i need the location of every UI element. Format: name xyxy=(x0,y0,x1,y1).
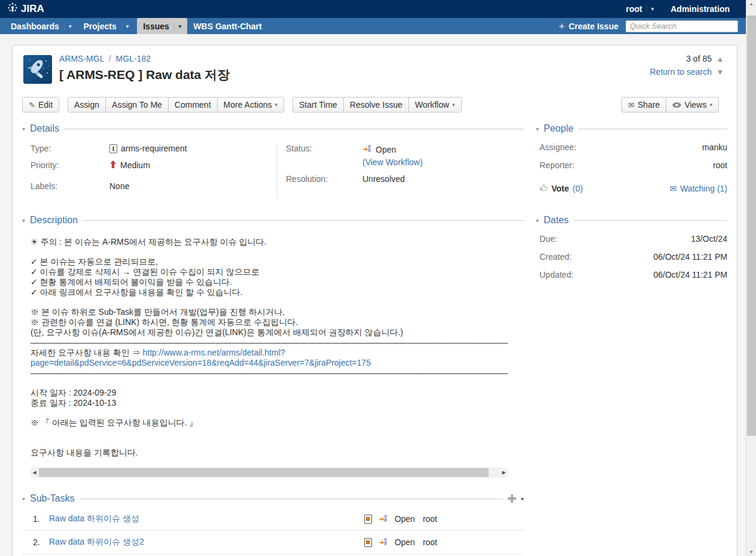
vote-watch-row: Vote (0) ✉ Watching (1) xyxy=(539,183,727,193)
subtask-number: 1. xyxy=(33,514,49,524)
share-button[interactable]: ✉ Share xyxy=(621,97,666,113)
due-value: 13/Oct/24 xyxy=(691,234,727,244)
labels-field: Labels: None xyxy=(31,181,277,191)
reporter-value: root xyxy=(713,160,727,170)
divider xyxy=(80,499,503,499)
assign-button-group: Assign Assign To Me Comment More Actions… xyxy=(68,97,284,113)
edit-label: Edit xyxy=(38,100,53,110)
assignee-value: manku xyxy=(702,142,727,152)
views-button[interactable]: Views ▾ xyxy=(666,97,719,113)
topbar-right: root ▾ Administration xyxy=(626,4,730,14)
collapse-icon[interactable]: ▾ xyxy=(536,217,539,224)
assign-to-me-button[interactable]: Assign To Me xyxy=(105,97,169,113)
next-issue-icon[interactable]: ▼ xyxy=(714,68,726,77)
collapse-icon[interactable]: ▾ xyxy=(22,496,25,502)
assign-button[interactable]: Assign xyxy=(68,97,106,113)
divider xyxy=(574,220,727,221)
resolution-value: Unresolved xyxy=(362,174,405,184)
return-to-search-link[interactable]: Return to search xyxy=(650,67,712,77)
more-actions-button[interactable]: More Actions ▾ xyxy=(217,97,284,113)
created-value: 06/Oct/24 11:21 PM xyxy=(654,252,727,262)
administration-link[interactable]: Administration xyxy=(670,4,730,14)
plus-icon: + xyxy=(559,22,564,31)
breadcrumb-project-link[interactable]: ARMS-MGL xyxy=(59,54,104,63)
chevron-down-icon[interactable]: ▾ xyxy=(174,23,182,29)
scroll-right-icon[interactable]: ▶ xyxy=(500,467,508,478)
subtask-link[interactable]: Raw data 하위이슈 생성 xyxy=(49,514,139,524)
vote-count: (0) xyxy=(572,184,583,193)
vertical-scrollbar[interactable]: ▲ ▼ xyxy=(746,0,756,556)
assignee-label: Assignee: xyxy=(539,142,576,152)
scrollbar-thumb[interactable] xyxy=(747,16,756,436)
collapse-icon[interactable]: ▾ xyxy=(536,126,539,132)
updated-label: Updated: xyxy=(539,270,574,279)
description-body: ☀ 주의 : 본 이슈는 A-RMS에서 제공하는 요구사항 이슈 입니다. ✓… xyxy=(22,226,499,478)
scroll-up-icon[interactable]: ▲ xyxy=(746,1,756,7)
chevron-down-icon[interactable]: ▾ xyxy=(521,496,524,502)
nav-wbs-gantt-chart[interactable]: WBS Gantt-Chart xyxy=(187,18,267,34)
resolve-issue-button[interactable]: Resolve Issue xyxy=(343,97,409,113)
share-views-group: ✉ Share Views ▾ xyxy=(621,97,719,113)
nav-projects-label: Projects xyxy=(83,22,116,31)
previous-issue-icon[interactable]: ▲ xyxy=(714,54,726,63)
updated-value: 06/Oct/24 11:21 PM xyxy=(654,270,727,279)
scroll-left-icon[interactable]: ◀ xyxy=(31,467,38,478)
chevron-down-icon[interactable]: ▾ xyxy=(64,23,72,29)
issue-toolbar: ✎ Edit Assign Assign To Me Comment More … xyxy=(22,97,727,113)
start-time-button[interactable]: Start Time xyxy=(292,97,344,113)
priority-value: Medium xyxy=(120,160,150,170)
watching-link[interactable]: ✉ Watching (1) xyxy=(669,184,727,193)
created-field: Created: 06/Oct/24 11:21 PM xyxy=(539,252,727,262)
add-subtask-icon[interactable] xyxy=(508,494,516,503)
check-line: ✓ 본 이슈는 자동으로 관리되므로, xyxy=(31,257,158,266)
people-body: Assignee: manku Reporter: root xyxy=(536,142,727,197)
jira-logo-text: JIRA xyxy=(21,3,44,15)
breadcrumb: ARMS-MGL / MGL-182 xyxy=(59,54,727,63)
envelope-icon: ✉ xyxy=(628,101,635,110)
scroll-down-icon[interactable]: ▼ xyxy=(746,549,756,555)
start-date-line: 시작 일자 : 2024-09-29 xyxy=(31,388,116,397)
thumbs-up-icon xyxy=(539,183,548,193)
subtask-row: 2. Raw data 하위이슈 생성2 Open xyxy=(22,531,524,554)
nav-issues[interactable]: Issues ▾ xyxy=(137,18,187,34)
breadcrumb-issue-key-link[interactable]: MGL-182 xyxy=(116,54,151,63)
jira-logo[interactable]: JIRA xyxy=(7,2,44,16)
subtask-link[interactable]: Raw data 하위이슈 생성2 xyxy=(49,537,144,548)
comment-button[interactable]: Comment xyxy=(168,97,218,113)
description-ref-block: ※ 본 이슈 하위로 Sub-Task를 만들어서 개발(업무)을 진행 하시거… xyxy=(31,307,499,378)
create-issue-button[interactable]: + Create Issue xyxy=(559,22,618,31)
labels-value: None xyxy=(109,181,129,191)
requirement-detail-link[interactable]: http://www.a-rms.net/arms/detail.html? xyxy=(142,348,285,357)
quick-search-input[interactable] xyxy=(626,20,738,32)
dates-heading: Dates xyxy=(544,215,569,226)
check-line: ✓ 아래 링크에서 요구사항을 내용을 확인 할 수 있습니다. xyxy=(31,287,243,297)
vote-link[interactable]: Vote (0) xyxy=(539,183,583,193)
subtask-number: 2. xyxy=(33,537,49,547)
nav-projects[interactable]: Projects ▾ xyxy=(77,18,135,34)
nav-dashboards[interactable]: Dashboards ▾ xyxy=(5,18,77,34)
user-menu[interactable]: root ▾ xyxy=(626,4,654,14)
requirement-detail-link-continued[interactable]: page=detail&pdService=6&pdServiceVersion… xyxy=(31,358,371,367)
collapse-icon[interactable]: ▾ xyxy=(22,126,25,132)
subtask-status: Open xyxy=(395,537,415,547)
type-field: Type: I arms-requirement xyxy=(31,144,277,153)
eye-icon xyxy=(672,101,681,110)
view-workflow-link[interactable]: (View Workflow) xyxy=(362,157,423,167)
details-heading: Details xyxy=(30,123,59,134)
assignee-field: Assignee: manku xyxy=(539,142,727,152)
views-label: Views xyxy=(684,100,706,110)
issue-columns: ▾ Details Type: I arms-requirement xyxy=(22,123,727,554)
chevron-down-icon[interactable]: ▾ xyxy=(121,23,129,29)
issue-type-icon: I xyxy=(109,144,117,153)
description-heading: Description xyxy=(30,215,78,226)
chevron-down-icon: ▾ xyxy=(275,102,278,108)
collapse-icon[interactable]: ▾ xyxy=(22,217,25,224)
subtask-status: Open xyxy=(395,514,415,524)
description-horizontal-scrollbar[interactable]: ◀ ▶ xyxy=(31,467,508,478)
scrollbar-thumb[interactable] xyxy=(39,468,489,477)
workflow-button[interactable]: Workflow ▾ xyxy=(409,97,462,113)
priority-label: Priority: xyxy=(31,160,109,170)
dates-header: ▾ Dates xyxy=(536,215,727,226)
edit-button[interactable]: ✎ Edit xyxy=(22,97,59,113)
subtask-row: 1. Raw data 하위이슈 생성 Open xyxy=(22,508,524,531)
